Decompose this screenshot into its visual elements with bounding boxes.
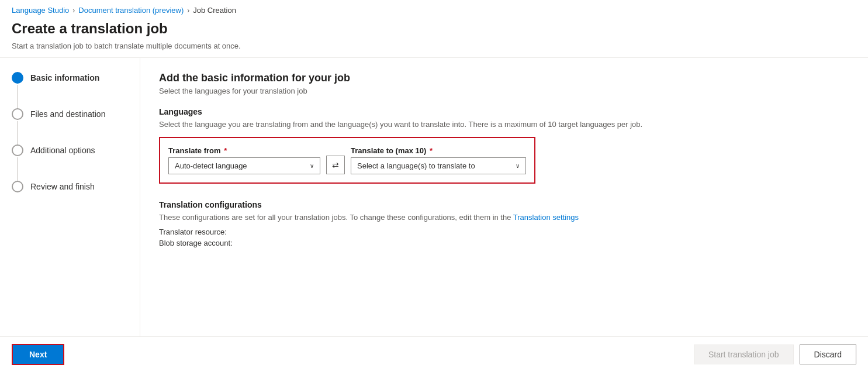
translate-from-chevron-icon: ∨ [310,163,314,169]
swap-languages-button[interactable]: ⇄ [326,156,345,174]
step-indicator-4 [12,181,23,192]
translator-resource-row: Translator resource: [159,228,849,236]
step-label-basic-information: Basic information [30,72,99,84]
page-subtitle: Start a translation job to batch transla… [0,39,868,57]
translate-to-chevron-icon: ∨ [516,163,520,169]
step-circle-3 [12,144,23,156]
languages-heading: Languages [159,107,849,116]
breadcrumb-current: Job Creation [193,6,236,15]
breadcrumb-link-language-studio[interactable]: Language Studio [12,6,69,15]
translate-to-dropdown[interactable]: Select a language(s) to translate to ∨ [351,157,526,174]
sidebar-step-additional-options[interactable]: Additional options [12,144,140,181]
languages-description: Select the language you are translating … [159,120,849,129]
step-label-additional-options: Additional options [30,144,95,157]
blob-storage-row: Blob storage account: [159,239,849,247]
step-circle-2 [12,108,23,120]
main-content: Add the basic information for your job S… [140,58,868,336]
breadcrumb-separator-1: › [72,6,75,15]
step-label-review-finish: Review and finish [30,181,95,193]
breadcrumb-link-document-translation[interactable]: Document translation (preview) [78,6,184,15]
breadcrumb: Language Studio › Document translation (… [0,0,868,18]
footer-bar: Next Start translation job Discard [0,336,868,372]
section-subtitle: Select the languages for your translatio… [159,87,849,95]
sidebar: Basic information Files and destination … [0,58,140,336]
footer-right: Start translation job Discard [694,345,856,364]
translate-to-value: Select a language(s) to translate to [357,161,475,170]
step-indicator-2 [12,108,23,144]
translate-from-value: Auto-detect language [175,161,247,170]
translate-to-field: Translate to (max 10) * Select a languag… [351,146,526,174]
required-star-from: * [222,146,227,155]
start-translation-button: Start translation job [694,345,794,364]
next-button[interactable]: Next [12,344,64,365]
sidebar-step-review-finish[interactable]: Review and finish [12,181,140,193]
step-circle-1 [12,72,23,84]
required-star-to: * [427,146,433,155]
step-line-2 [17,121,18,144]
step-line-1 [17,85,18,108]
sidebar-step-basic-information[interactable]: Basic information [12,72,140,108]
breadcrumb-separator-2: › [187,6,189,15]
step-circle-4 [12,181,23,192]
translate-to-label: Translate to (max 10) * [351,146,526,155]
step-indicator-1 [12,72,23,108]
configs-description: These configurations are set for all you… [159,213,849,222]
step-indicator-3 [12,144,23,181]
translation-settings-link[interactable]: Translation settings [513,213,579,222]
translate-from-label: Translate from * [168,146,320,155]
page-title: Create a translation job [0,18,868,39]
configs-heading: Translation configurations [159,200,849,209]
translate-from-field: Translate from * Auto-detect language ∨ [168,146,320,174]
step-label-files-destination: Files and destination [30,108,105,120]
translation-configs-section: Translation configurations These configu… [159,200,849,247]
sidebar-step-files-destination[interactable]: Files and destination [12,108,140,144]
discard-button[interactable]: Discard [800,345,856,364]
step-line-3 [17,157,18,181]
translate-from-dropdown[interactable]: Auto-detect language ∨ [168,157,320,174]
section-title: Add the basic information for your job [159,72,849,84]
language-selection-box: Translate from * Auto-detect language ∨ … [159,137,535,184]
footer-left: Next [12,344,64,365]
